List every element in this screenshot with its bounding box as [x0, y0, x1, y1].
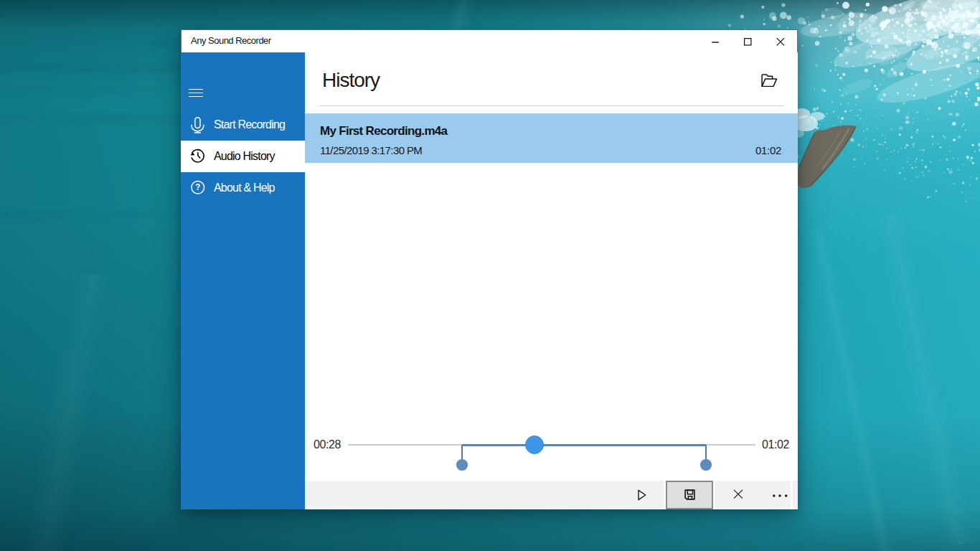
svg-text:?: ?	[195, 182, 200, 192]
